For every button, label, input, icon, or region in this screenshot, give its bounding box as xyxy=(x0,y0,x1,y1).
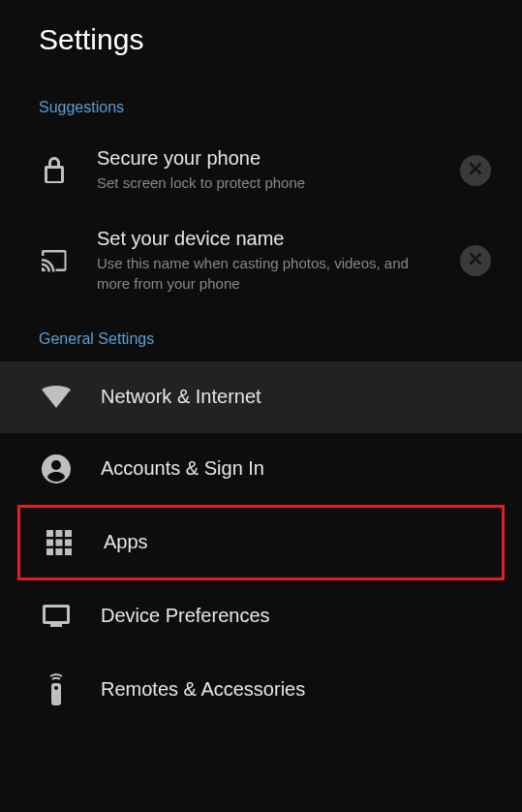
tv-icon xyxy=(41,604,72,629)
suggestion-secure-phone[interactable]: Secure your phone Set screen lock to pro… xyxy=(0,130,522,210)
suggestions-header: Suggestions xyxy=(0,79,522,130)
lock-icon xyxy=(41,156,68,185)
suggestion-content: Secure your phone Set screen lock to pro… xyxy=(97,147,431,193)
settings-item-label: Accounts & Sign In xyxy=(101,457,264,480)
settings-item-network[interactable]: Network & Internet xyxy=(0,361,522,433)
svg-point-1 xyxy=(51,460,61,470)
settings-item-label: Device Preferences xyxy=(101,605,270,627)
svg-point-12 xyxy=(54,686,58,690)
settings-header: Settings xyxy=(0,0,522,79)
svg-rect-3 xyxy=(56,530,63,537)
svg-rect-5 xyxy=(46,539,53,546)
settings-item-label: Apps xyxy=(104,531,148,553)
settings-item-apps[interactable]: Apps xyxy=(17,505,505,580)
settings-item-remotes[interactable]: Remotes & Accessories xyxy=(0,652,522,728)
close-icon xyxy=(468,251,483,270)
page-title: Settings xyxy=(39,23,483,56)
svg-rect-10 xyxy=(65,548,72,555)
cast-icon xyxy=(41,249,68,272)
dismiss-button[interactable] xyxy=(460,245,491,276)
dismiss-button[interactable] xyxy=(460,155,491,186)
settings-item-accounts[interactable]: Accounts & Sign In xyxy=(0,433,522,505)
svg-rect-7 xyxy=(65,539,72,546)
suggestion-description: Set screen lock to protect phone xyxy=(97,173,431,193)
general-settings-header: General Settings xyxy=(0,311,522,361)
suggestion-device-name[interactable]: Set your device name Use this name when … xyxy=(0,210,522,311)
svg-rect-8 xyxy=(46,548,53,555)
svg-rect-2 xyxy=(46,530,53,537)
settings-item-label: Network & Internet xyxy=(101,386,261,408)
suggestion-title: Secure your phone xyxy=(97,147,431,170)
account-icon xyxy=(41,454,72,484)
wifi-icon xyxy=(41,386,72,409)
suggestion-title: Set your device name xyxy=(97,228,431,250)
apps-grid-icon xyxy=(44,529,75,556)
svg-rect-9 xyxy=(56,548,63,555)
svg-rect-4 xyxy=(65,530,72,537)
close-icon xyxy=(468,161,483,180)
settings-item-label: Remotes & Accessories xyxy=(101,678,305,701)
suggestion-description: Use this name when casting photos, video… xyxy=(97,254,431,294)
settings-item-device-preferences[interactable]: Device Preferences xyxy=(0,580,522,652)
remote-icon xyxy=(41,673,72,706)
svg-rect-6 xyxy=(56,539,63,546)
suggestion-content: Set your device name Use this name when … xyxy=(97,228,431,294)
